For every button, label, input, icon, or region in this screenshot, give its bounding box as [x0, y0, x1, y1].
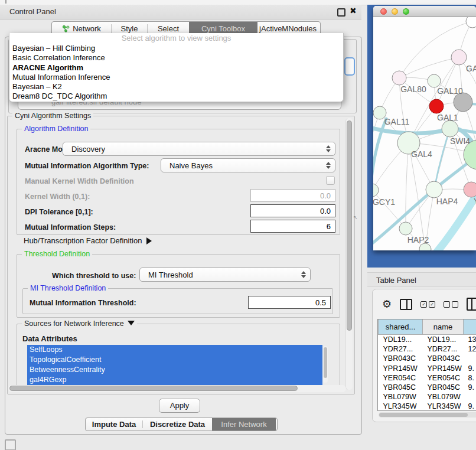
node-hap2[interactable] — [399, 222, 412, 235]
column-header-shared-name[interactable]: shared... — [379, 319, 423, 335]
table-row[interactable]: YBR045CYBR045C9. — [379, 383, 476, 392]
tab-cyni-toolbox-label: Cyni Toolbox — [201, 24, 245, 33]
dropdown-item-bayesian-hill-climbing[interactable]: Bayesian – Hill Climbing — [9, 44, 343, 53]
close-panel-icon[interactable]: ✖ — [350, 6, 357, 15]
settings-horizontal-scrollbar[interactable] — [8, 385, 346, 392]
collapse-down-icon — [128, 321, 135, 325]
mi-steps-label: Mutual Information Steps: — [25, 223, 116, 231]
tab-select-label: Select — [158, 24, 179, 33]
kernel-width-input[interactable] — [250, 189, 335, 202]
settings-hscroll-thumb[interactable] — [9, 386, 298, 391]
mouse-cursor: ↖ — [353, 214, 358, 220]
settings-vscroll-thumb[interactable] — [347, 120, 352, 331]
dropdown-item-dream8[interactable]: Dream8 DC_TDC Algorithm — [9, 92, 343, 101]
hub-definition-label: Hub/Transcription Factor Definition — [24, 236, 142, 245]
table-row[interactable]: YDL19...YDL19...13 — [379, 335, 476, 345]
settings-vertical-scrollbar[interactable] — [345, 118, 353, 390]
node-pink-right[interactable] — [464, 182, 476, 197]
aracne-mode-select[interactable]: Discovery — [63, 142, 335, 156]
node-unlabeled-top[interactable] — [466, 17, 476, 28]
node-gal1-red[interactable] — [429, 99, 444, 113]
manual-kernel-width-checkbox[interactable] — [326, 176, 335, 185]
data-attributes-list: SelfLoops TopologicalCoefficient Between… — [27, 345, 322, 385]
table-row[interactable]: YER054CYER054C8. — [379, 373, 476, 383]
network-graph: GAL GAL80 GAL10 GAL1 GAL11 SWI4 GAL4 GCY… — [373, 17, 476, 250]
focused-spinner-fragment[interactable] — [344, 57, 355, 76]
table-row[interactable]: YLR345WYLR345W9. — [379, 402, 476, 411]
table-row[interactable]: YPR145WYPR145W9. — [379, 364, 476, 373]
node-label: GAL11 — [384, 117, 410, 126]
select-all-checkboxes-icon[interactable]: ✓✓ — [420, 301, 435, 308]
gear-icon[interactable]: ⚙ — [382, 299, 392, 309]
dpi-tolerance-input[interactable] — [250, 204, 335, 217]
minimized-panel-icon[interactable] — [5, 439, 16, 450]
algorithm-definition-title: Algorithm Definition — [22, 125, 90, 133]
data-attributes-label: Data Attributes — [22, 334, 77, 343]
screen: Control Panel ✖ Network Style Select Cyn… — [0, 0, 476, 450]
node-gal10[interactable] — [428, 74, 441, 87]
node-gal80[interactable] — [392, 71, 406, 85]
node-gal7[interactable] — [451, 50, 467, 65]
stepper-icon — [301, 271, 306, 278]
mi-type-select[interactable]: Naive Bayes — [161, 158, 335, 172]
list-item[interactable]: gal4RGexp — [27, 375, 322, 385]
node-swi4[interactable] — [442, 120, 458, 137]
deselect-all-checkboxes-icon[interactable] — [444, 301, 458, 308]
zoom-window-icon[interactable] — [403, 8, 409, 15]
network-tab-icon — [62, 25, 70, 32]
table-horizontal-scrollbar[interactable] — [379, 412, 476, 418]
dropdown-item-basic-correlation[interactable]: Basic Correlation Inference — [9, 53, 343, 63]
stepper-icon — [325, 162, 331, 169]
dropdown-item-mutual-information[interactable]: Mutual Information Inference — [9, 73, 343, 82]
columns-icon[interactable] — [400, 299, 412, 310]
tab-infer-network[interactable]: Infer Network — [212, 418, 276, 431]
table-function-icon[interactable] — [467, 298, 476, 311]
mi-threshold-input[interactable] — [248, 296, 331, 309]
float-panel-icon[interactable] — [337, 8, 345, 17]
which-threshold-label: Which threshold to use: — [52, 272, 136, 280]
node-label: GCY1 — [373, 197, 395, 207]
top-tick — [5, 0, 6, 4]
column-header-name[interactable]: name — [423, 319, 464, 335]
network-window-titlebar[interactable] — [373, 6, 476, 17]
dropdown-item-aracne[interactable]: ARACNE Algorithm — [9, 63, 343, 73]
dropdown-item-bayesian-k2[interactable]: Bayesian – K2 — [9, 82, 343, 92]
tab-impute-data[interactable]: Impute Data — [86, 418, 142, 431]
list-item[interactable]: SelfLoops — [27, 345, 322, 355]
tab-network-label: Network — [73, 24, 101, 33]
node-label: GAL80 — [400, 84, 426, 94]
node-label: HAP4 — [436, 197, 458, 206]
list-scrollbar[interactable] — [323, 346, 328, 383]
node-gcy1[interactable] — [373, 184, 379, 197]
column-header-partial[interactable]: A — [464, 319, 476, 335]
close-window-icon[interactable] — [380, 8, 387, 15]
sources-group-title[interactable]: Sources for Network Inference — [22, 319, 137, 328]
table-row[interactable]: YBR043CYBR043C — [379, 354, 476, 363]
table-row[interactable]: YBL079WYBL079W — [379, 392, 476, 402]
tab-discretize-data[interactable]: Discretize Data — [143, 418, 212, 431]
expand-right-icon — [146, 237, 152, 244]
table-row[interactable]: YDR27...YDR27...12 — [379, 344, 476, 354]
mi-threshold-group-title: MI Threshold Definition — [28, 284, 108, 292]
table-hscroll-thumb[interactable] — [379, 413, 468, 417]
bottom-tabbar: Impute Data Discretize Data Infer Networ… — [85, 418, 278, 431]
hub-definition-toggle[interactable]: Hub/Transcription Factor Definition — [24, 236, 152, 245]
manual-kernel-width-label: Manual Kernel Width Definition — [25, 177, 134, 185]
node-label: HAP2 — [407, 235, 429, 244]
which-threshold-select[interactable]: MI Threshold — [139, 268, 311, 282]
node-label: GAL10 — [437, 86, 463, 96]
threshold-definition-title: Threshold Definition — [22, 250, 92, 258]
minimize-window-icon[interactable] — [392, 8, 398, 15]
node-hap4[interactable] — [426, 181, 442, 198]
network-window[interactable]: GAL GAL80 GAL10 GAL1 GAL11 SWI4 GAL4 GCY… — [373, 6, 476, 250]
dropdown-prompt: Select algorithm to view settings — [9, 33, 343, 44]
list-item[interactable]: BetweennessCentrality — [27, 365, 322, 375]
network-canvas[interactable]: GAL GAL80 GAL10 GAL1 GAL11 SWI4 GAL4 GCY… — [373, 17, 476, 250]
list-scrollbar-thumb[interactable] — [324, 347, 327, 378]
apply-button[interactable]: Apply — [159, 399, 200, 413]
dpi-tolerance-label: DPI Tolerance [0,1]: — [25, 208, 93, 216]
tab-jactivemnodules-label: jActiveMNodules — [259, 24, 317, 33]
list-item[interactable]: TopologicalCoefficient — [27, 355, 322, 365]
mi-steps-input[interactable] — [250, 220, 335, 233]
node-label: SWI4 — [450, 136, 470, 146]
